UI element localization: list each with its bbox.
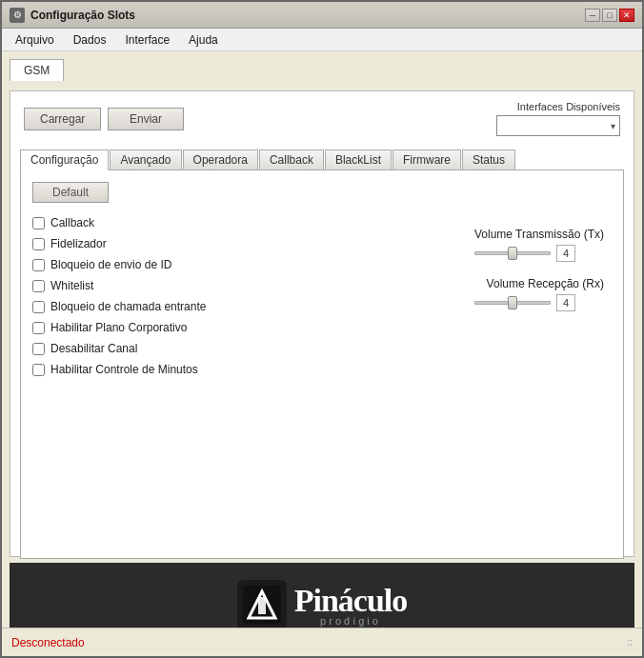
window-icon: ⚙ <box>10 8 25 23</box>
status-text: Desconectado <box>11 636 85 649</box>
volume-tx-label: Volume Transmissão (Tx) <box>474 228 604 241</box>
checkbox-plano-corporativo-input[interactable] <box>32 322 45 334</box>
default-button[interactable]: Default <box>32 182 109 203</box>
sliders-section: Volume Transmissão (Tx) 4 Volume Recepçã… <box>474 228 604 327</box>
status-bar: Desconectado :: <box>2 628 642 656</box>
volume-tx-group: Volume Transmissão (Tx) 4 <box>474 228 604 262</box>
main-window: ⚙ Configuração Slots ─ □ ✕ Arquivo Dados… <box>0 0 644 658</box>
content-area: GSM Carregar Enviar Interfaces Disponíve… <box>2 51 642 658</box>
checkbox-plano-corporativo-label: Habilitar Plano Corporativo <box>50 321 187 334</box>
tab-avancado[interactable]: Avançado <box>110 150 181 169</box>
logo-text-line: Pin á culo <box>294 583 408 619</box>
checkbox-bloqueio-id-input[interactable] <box>32 259 45 271</box>
logo-svg <box>241 584 283 626</box>
logo-pin: Pin <box>294 583 338 619</box>
enviar-button[interactable]: Enviar <box>108 108 184 130</box>
title-bar: ⚙ Configuração Slots ─ □ ✕ <box>2 2 642 29</box>
checkbox-whitelist-input[interactable] <box>32 280 45 292</box>
volume-tx-thumb[interactable] <box>508 247 517 260</box>
logo-subtext: prodígio <box>294 615 408 627</box>
checkbox-bloqueio-chamada-label: Bloqueio de chamada entrante <box>50 300 206 313</box>
checkbox-bloqueio-chamada-input[interactable] <box>32 301 45 313</box>
logo-text-block: Pin á culo prodígio <box>294 583 408 627</box>
top-controls-row: Carregar Enviar Interfaces Disponíveis <box>20 101 624 136</box>
tab-configuracao[interactable]: Configuração <box>20 150 109 170</box>
gsm-tab[interactable]: GSM <box>10 59 64 81</box>
volume-rx-value: 4 <box>556 294 575 311</box>
checkbox-controle-minutos-label: Habilitar Controle de Minutos <box>50 363 198 376</box>
tab-operadora[interactable]: Operadora <box>183 150 258 169</box>
checkbox-desabilitar-canal: Desabilitar Canal <box>32 342 612 355</box>
volume-rx-thumb[interactable] <box>508 296 517 309</box>
logo-icon <box>237 580 287 629</box>
tab-status[interactable]: Status <box>462 150 515 169</box>
menu-dados[interactable]: Dados <box>64 31 116 49</box>
minimize-button[interactable]: ─ <box>585 9 600 22</box>
menu-arquivo[interactable]: Arquivo <box>6 31 64 49</box>
checkbox-desabilitar-canal-input[interactable] <box>32 343 45 355</box>
tab-firmware[interactable]: Firmware <box>392 150 461 169</box>
maximize-button[interactable]: □ <box>602 9 617 22</box>
checkbox-fidelizador-label: Fidelizador <box>50 237 107 250</box>
checkbox-fidelizador-input[interactable] <box>32 238 45 250</box>
menu-interface[interactable]: Interface <box>115 31 179 49</box>
volume-tx-value: 4 <box>556 245 575 262</box>
close-button[interactable]: ✕ <box>619 9 634 22</box>
logo-rest: culo <box>353 583 407 619</box>
gsm-content: Carregar Enviar Interfaces Disponíveis C… <box>10 90 634 557</box>
tab-blacklist[interactable]: BlackList <box>325 150 392 169</box>
svg-rect-2 <box>258 597 266 614</box>
volume-rx-group: Volume Recepção (Rx) 4 <box>474 277 604 311</box>
volume-rx-track[interactable] <box>474 301 551 305</box>
logo-main: Pin á culo prodígio <box>237 580 408 629</box>
inner-tabs: Configuração Avançado Operadora Callback… <box>20 150 624 170</box>
window-controls: ─ □ ✕ <box>585 9 634 22</box>
interfaces-dropdown[interactable] <box>496 115 620 136</box>
window-title: Configuração Slots <box>30 9 585 22</box>
logo-wrapper: Pin á culo prodígio <box>237 580 408 629</box>
volume-tx-track[interactable] <box>474 251 551 255</box>
checkbox-controle-minutos-input[interactable] <box>32 364 45 376</box>
status-right: :: <box>627 637 633 648</box>
interfaces-label: Interfaces Disponíveis <box>517 101 620 112</box>
checkbox-desabilitar-canal-label: Desabilitar Canal <box>50 342 137 355</box>
menu-bar: Arquivo Dados Interface Ajuda <box>2 29 642 51</box>
carregar-button[interactable]: Carregar <box>24 108 101 130</box>
checkbox-callback-input[interactable] <box>32 217 45 229</box>
tab-content: Default Callback Fidelizador <box>20 170 624 559</box>
volume-rx-label: Volume Recepção (Rx) <box>474 277 604 290</box>
checkbox-callback-label: Callback <box>50 216 94 229</box>
interfaces-section: Interfaces Disponíveis <box>496 101 620 136</box>
gsm-panel: GSM Carregar Enviar Interfaces Disponíve… <box>10 59 634 557</box>
menu-ajuda[interactable]: Ajuda <box>179 31 228 49</box>
gsm-tab-header: GSM <box>10 59 634 81</box>
checkbox-whitelist-label: Whitelist <box>50 279 93 292</box>
volume-rx-row: 4 <box>474 294 604 311</box>
checkbox-controle-minutos: Habilitar Controle de Minutos <box>32 363 612 376</box>
tab-callback[interactable]: Callback <box>259 150 324 169</box>
volume-tx-row: 4 <box>474 245 604 262</box>
logo-accent: á <box>338 583 353 619</box>
checkbox-bloqueio-id-label: Bloqueio de envio de ID <box>50 258 171 271</box>
